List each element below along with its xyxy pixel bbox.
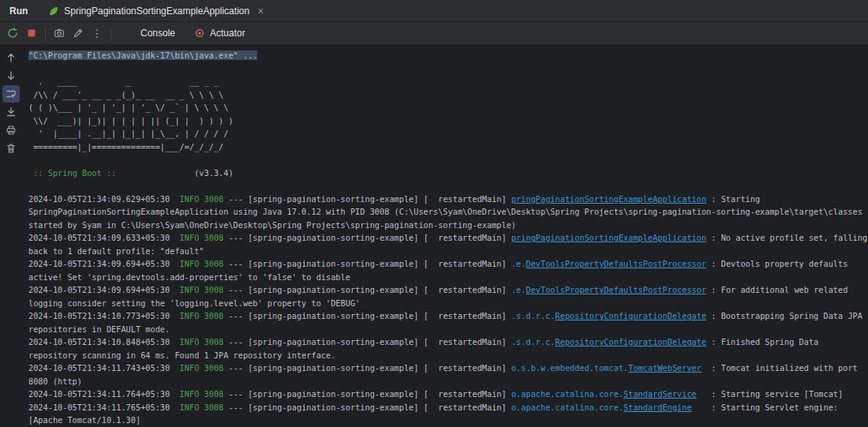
console-output: "C:\Program Files\Java\jdk-17\bin\java.e… (22, 45, 868, 427)
log-logger-prefix: o.apache.catalina.core. (511, 403, 623, 412)
log-logger-link[interactable]: TomcatWebServer (628, 363, 702, 373)
edit-configuration-button[interactable] (69, 24, 88, 43)
log-pid: 3008 (204, 337, 224, 346)
log-timestamp: 2024-10-05T21:34:10.848+05:30 (28, 337, 170, 346)
console-panel: "C:\Program Files\Java\jdk-17\bin\java.e… (0, 45, 868, 427)
log-pid: 3008 (204, 363, 224, 373)
log-pid: 3008 (204, 259, 224, 268)
arrow-up-icon (5, 51, 17, 64)
log-timestamp: 2024-10-05T21:34:09.694+05:30 (28, 285, 170, 294)
log-timestamp: 2024-10-05T21:34:11.743+05:30 (28, 363, 170, 373)
close-tab-icon[interactable]: × (257, 6, 264, 17)
log-line: 2024-10-05T21:34:09.694+05:30 INFO 3008 … (28, 283, 868, 309)
log-timestamp: 2024-10-05T21:34:09.694+05:30 (28, 259, 170, 268)
kebab-menu-icon: ⋮ (92, 28, 103, 39)
scroll-to-end-icon (5, 106, 17, 118)
run-tool-window: Run SpringPaginationSortingExampleApplic… (0, 0, 868, 427)
blank-line (28, 179, 868, 193)
log-context: --- [spring-pagination-sorting-example] … (223, 233, 511, 242)
log-context: --- [spring-pagination-sorting-example] … (223, 337, 511, 346)
arrow-down-icon (5, 69, 17, 82)
log-level: INFO (180, 259, 200, 268)
soft-wrap-icon (5, 88, 17, 100)
log-pid: 3008 (204, 285, 224, 294)
run-tab[interactable]: SpringPaginationSortingExampleApplicatio… (40, 0, 271, 21)
log-level: INFO (180, 194, 200, 204)
log-line: 2024-10-05T21:34:10.848+05:30 INFO 3008 … (28, 335, 868, 361)
log-pid: 3008 (204, 403, 224, 412)
stop-button[interactable] (22, 24, 41, 43)
boot-label: :: Spring Boot :: (28, 168, 116, 178)
run-toolbar: ⋮ Console Actuator (0, 22, 868, 45)
pencil-icon (72, 27, 84, 39)
log-level: INFO (180, 403, 200, 412)
camera-icon (53, 27, 65, 39)
log-level: INFO (180, 363, 200, 373)
log-line: 2024-10-05T21:34:09.629+05:30 INFO 3008 … (28, 193, 868, 232)
actuator-tab-label: Actuator (210, 28, 245, 39)
soft-wrap-button[interactable] (2, 85, 20, 103)
log-context: --- [spring-pagination-sorting-example] … (223, 363, 511, 373)
thread-dump-button[interactable] (50, 24, 69, 43)
log-level: INFO (180, 311, 200, 320)
log-level: INFO (180, 337, 200, 346)
rerun-icon (6, 27, 19, 39)
log-context: --- [spring-pagination-sorting-example] … (223, 389, 511, 399)
log-pid: 3008 (204, 389, 224, 399)
log-logger-link[interactable]: RepositoryConfigurationDelegate (556, 337, 707, 346)
log-context: --- [spring-pagination-sorting-example] … (223, 403, 511, 412)
log-logger-link[interactable]: StandardEngine (623, 403, 692, 412)
console-tab-label: Console (140, 28, 175, 39)
log-level: INFO (180, 233, 200, 242)
log-pid: 3008 (204, 194, 224, 204)
log-logger-prefix: o.s.b.w.embedded.tomcat. (511, 363, 628, 373)
log-line: 2024-10-05T21:34:10.773+05:30 INFO 3008 … (28, 309, 868, 335)
log-list: 2024-10-05T21:34:09.629+05:30 INFO 3008 … (28, 193, 868, 427)
log-logger-link[interactable]: pringPaginationSortingExampleApplication (511, 233, 706, 242)
navigate-previous-button[interactable] (2, 49, 20, 66)
log-context: --- [spring-pagination-sorting-example] … (223, 311, 511, 320)
printer-icon (5, 124, 17, 137)
boot-version-line: :: Spring Boot :: (v3.3.4) (28, 167, 868, 180)
navigate-next-button[interactable] (2, 67, 20, 84)
more-options-button[interactable]: ⋮ (88, 24, 107, 43)
log-logger-link[interactable]: StandardService (623, 389, 697, 399)
log-timestamp: 2024-10-05T21:34:09.629+05:30 (28, 194, 170, 204)
log-logger-link[interactable]: RepositoryConfigurationDelegate (556, 311, 707, 320)
command-line-row: "C:\Program Files\Java\jdk-17\bin\java.e… (28, 49, 868, 62)
log-pid: 3008 (204, 233, 224, 242)
log-line: 2024-10-05T21:34:11.765+05:30 INFO 3008 … (28, 401, 868, 427)
print-button[interactable] (2, 122, 20, 139)
log-context: --- [spring-pagination-sorting-example] … (223, 259, 511, 268)
toolbar-separator (110, 27, 111, 39)
log-message: Starting service [Tomcat] (721, 389, 844, 399)
command-line: "C:\Program Files\Java\jdk-17\bin\java.e… (28, 51, 257, 60)
log-logger-link[interactable]: pringPaginationSortingExampleApplication (511, 194, 706, 204)
spring-boot-icon (48, 6, 59, 17)
log-line: 2024-10-05T21:34:09.633+05:30 INFO 3008 … (28, 231, 868, 257)
tab-actuator[interactable]: Actuator (185, 22, 255, 44)
blank-line (28, 62, 868, 76)
log-context: --- [spring-pagination-sorting-example] … (223, 285, 511, 294)
tab-console[interactable]: Console (131, 22, 185, 44)
titlebar: Run SpringPaginationSortingExampleApplic… (0, 0, 868, 22)
log-context: --- [spring-pagination-sorting-example] … (223, 194, 511, 204)
log-line: 2024-10-05T21:34:11.764+05:30 INFO 3008 … (28, 388, 868, 401)
log-timestamp: 2024-10-05T21:34:09.633+05:30 (28, 233, 170, 242)
trash-icon (5, 142, 17, 155)
log-timestamp: 2024-10-05T21:34:10.773+05:30 (28, 311, 170, 320)
log-logger-link[interactable]: DevToolsPropertyDefaultsPostProcessor (526, 259, 706, 268)
tool-window-title: Run (0, 6, 40, 17)
actuator-icon (194, 28, 205, 39)
log-logger-link[interactable]: DevToolsPropertyDefaultsPostProcessor (526, 285, 706, 294)
log-line: 2024-10-05T21:34:09.694+05:30 INFO 3008 … (28, 257, 868, 283)
stop-icon (25, 27, 38, 39)
run-tab-title: SpringPaginationSortingExampleApplicatio… (64, 6, 249, 17)
log-timestamp: 2024-10-05T21:34:11.764+05:30 (28, 389, 170, 399)
log-logger-prefix: .e. (511, 259, 526, 268)
rerun-button[interactable] (3, 24, 22, 43)
scroll-to-end-button[interactable] (2, 103, 20, 121)
blank-line (28, 153, 868, 167)
log-logger-prefix: .s.d.r.c. (511, 311, 556, 320)
clear-console-button[interactable] (2, 140, 20, 157)
